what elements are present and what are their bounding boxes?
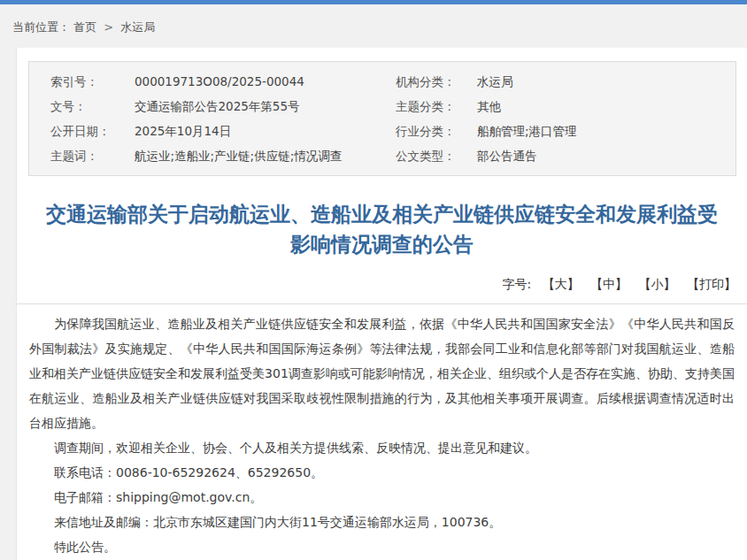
table-row: 索引号： 000019713O08/2025-00044 机构分类： 水运局 [29,69,735,94]
article-body: 为保障我国航运业、造船业及相关产业链供应链安全和发展利益，依据《中华人民共和国国… [17,311,747,560]
meta-label-keywords: 主题词： [50,145,135,166]
breadcrumb: 当前位置： 首页 > 水运局 [0,4,747,48]
divider [17,303,747,304]
meta-label-doc-no: 文号： [50,96,135,117]
meta-label-index-no: 索引号： [50,71,135,92]
font-medium-button[interactable]: 【中】 [590,277,628,291]
meta-label-publish-date: 公开日期： [50,120,135,142]
paragraph-contact-phone: 联系电话：0086-10-65292624、65292650。 [29,460,735,485]
meta-value-keywords: 航运业;造船业;产业链;供应链;情况调查 [135,145,396,166]
paragraph-mail-address: 来信地址及邮编：北京市东城区建国门内大街11号交通运输部水运局，100736。 [29,510,735,534]
meta-value-org-category: 水运局 [477,71,735,92]
font-large-button[interactable]: 【大】 [543,277,580,291]
font-size-controls: 字号: 【大】 【中】 【小】 【打印】 [17,277,747,293]
meta-value-doc-no: 交通运输部公告2025年第55号 [135,96,396,117]
breadcrumb-current-link[interactable]: 水运局 [120,20,155,34]
meta-label-topic-category: 主题分类： [396,96,477,117]
metadata-table: 索引号： 000019713O08/2025-00044 机构分类： 水运局 文… [28,61,736,176]
breadcrumb-home-link[interactable]: 首页 [73,20,96,34]
meta-value-doc-type: 部公告通告 [477,145,735,166]
print-button[interactable]: 【打印】 [687,277,736,291]
breadcrumb-label: 当前位置： [12,20,70,34]
meta-label-org-category: 机构分类： [396,71,477,92]
meta-value-industry-category: 船舶管理;港口管理 [477,120,735,142]
breadcrumb-separator: > [104,20,113,34]
paragraph: 调查期间，欢迎相关企业、协会、个人及相关方提供线索、反映情况、提出意见和建议。 [29,435,735,460]
page-title: 交通运输部关于启动航运业、造船业及相关产业链供应链安全和发展利益受影响情况调查的… [38,199,726,259]
table-row: 公开日期： 2025年10月14日 行业分类： 船舶管理;港口管理 [29,119,735,143]
content-card: 索引号： 000019713O08/2025-00044 机构分类： 水运局 文… [16,48,747,560]
meta-value-publish-date: 2025年10月14日 [135,120,396,142]
table-row: 主题词： 航运业;造船业;产业链;供应链;情况调查 公文类型： 部公告通告 [29,143,735,168]
meta-label-doc-type: 公文类型： [396,145,477,166]
paragraph: 为保障我国航运业、造船业及相关产业链供应链安全和发展利益，依据《中华人民共和国国… [29,311,735,435]
font-small-button[interactable]: 【小】 [639,277,676,291]
paragraph-closing: 特此公告。 [29,534,735,559]
meta-value-topic-category: 其他 [477,96,735,117]
table-row: 文号： 交通运输部公告2025年第55号 主题分类： 其他 [29,94,735,119]
meta-label-industry-category: 行业分类： [396,120,477,142]
paragraph-contact-email: 电子邮箱：shipping@mot.gov.cn。 [29,485,735,510]
meta-value-index-no: 000019713O08/2025-00044 [135,71,396,92]
font-size-label: 字号: [502,277,531,291]
